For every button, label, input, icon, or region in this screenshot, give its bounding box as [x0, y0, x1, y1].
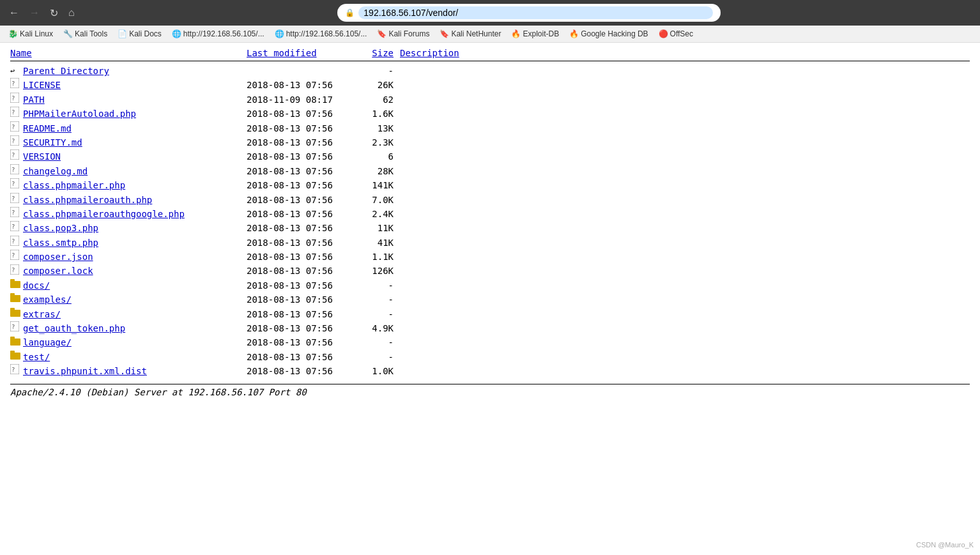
file-name-cell: LICENSE	[23, 78, 247, 92]
col-header-modified[interactable]: Last modified	[247, 48, 355, 58]
bookmark-kali-tools[interactable]: 🔧 Kali Tools	[60, 28, 111, 40]
file-name-cell: composer.json	[23, 250, 247, 264]
col-header-size[interactable]: Size	[355, 48, 394, 58]
file-link[interactable]: extras/	[23, 309, 61, 319]
file-name-cell: PHPMailerAutoload.php	[23, 107, 247, 121]
file-size-cell: 1.6K	[355, 107, 394, 121]
file-link[interactable]: changelog.md	[23, 166, 88, 176]
file-row: ?composer.lock2018-08-13 07:56126K	[10, 264, 970, 278]
file-link[interactable]: VERSION	[23, 151, 61, 162]
bookmark-kali-forums[interactable]: 🔖 Kali Forums	[374, 28, 433, 40]
file-link[interactable]: docs/	[23, 280, 50, 291]
col-name-link[interactable]: Name	[10, 48, 32, 58]
file-link[interactable]: class.smtp.php	[23, 238, 98, 248]
file-name-cell: class.pop3.php	[23, 221, 247, 235]
bookmark-kali-linux[interactable]: 🐉 Kali Linux	[5, 28, 56, 40]
bookmark-google-hacking-label: Google Hacking DB	[581, 29, 648, 38]
file-size-cell: 141K	[355, 178, 394, 192]
home-button[interactable]: ⌂	[65, 6, 79, 20]
file-link[interactable]: class.pop3.php	[23, 223, 98, 233]
file-icon: ?	[10, 221, 23, 235]
col-header-description[interactable]: Description	[394, 48, 470, 58]
file-size-cell: 28K	[355, 164, 394, 178]
file-size-cell: 1.1K	[355, 250, 394, 264]
file-link[interactable]: composer.json	[23, 252, 93, 262]
file-link[interactable]: README.md	[23, 123, 72, 133]
col-desc-link[interactable]: Description	[400, 48, 459, 58]
file-link[interactable]: language/	[23, 337, 72, 347]
file-icon: ?	[10, 236, 23, 250]
offsec-icon: 🔴	[659, 29, 668, 38]
file-name-cell: class.smtp.php	[23, 236, 247, 250]
bookmark-kali-docs[interactable]: 📄 Kali Docs	[114, 28, 165, 40]
bookmark-kali-docs-label: Kali Docs	[129, 29, 162, 38]
parent-dir-name: Parent Directory	[23, 64, 247, 78]
file-link[interactable]: SECURITY.md	[23, 137, 82, 148]
bookmark-url2[interactable]: 🌐 http://192.168.56.105/...	[272, 28, 371, 40]
svg-text:?: ?	[11, 252, 15, 259]
col-header-name[interactable]: Name	[10, 48, 247, 58]
col-modified-link[interactable]: Last modified	[247, 48, 317, 58]
bookmark-offsec[interactable]: 🔴 OffSec	[655, 28, 696, 40]
reload-button[interactable]: ↻	[46, 6, 62, 20]
file-link[interactable]: PATH	[23, 95, 45, 105]
file-link[interactable]: get_oauth_token.php	[23, 323, 125, 333]
file-row: ?PATH2018-11-09 08:1762	[10, 93, 970, 107]
svg-rect-39	[10, 351, 15, 354]
file-row: ?README.md2018-08-13 07:5613K	[10, 121, 970, 135]
bookmark-google-hacking[interactable]: 🔥 Google Hacking DB	[566, 28, 651, 40]
file-date-cell: 2018-08-13 07:56	[247, 364, 355, 378]
file-link[interactable]: class.phpmaileroauth.php	[23, 195, 152, 205]
file-link[interactable]: examples/	[23, 294, 72, 305]
kali-nethunter-icon: 🔖	[440, 29, 449, 38]
bookmark-kali-nethunter[interactable]: 🔖 Kali NetHunter	[436, 28, 504, 40]
file-link[interactable]: composer.lock	[23, 266, 93, 276]
file-date-cell: 2018-08-13 07:56	[247, 78, 355, 92]
svg-text:?: ?	[11, 367, 15, 373]
file-row: docs/2018-08-13 07:56-	[10, 278, 970, 293]
file-row: examples/2018-08-13 07:56-	[10, 293, 970, 307]
file-name-cell: PATH	[23, 93, 247, 107]
file-name-cell: docs/	[23, 278, 247, 293]
file-link[interactable]: PHPMailerAutoload.php	[23, 109, 136, 119]
page-footer: Apache/2.4.10 (Debian) Server at 192.168…	[10, 384, 970, 397]
file-date-cell: 2018-08-13 07:56	[247, 135, 355, 149]
file-row: ?class.smtp.php2018-08-13 07:5641K	[10, 236, 970, 250]
file-row: ?class.phpmailer.php2018-08-13 07:56141K	[10, 178, 970, 192]
file-name-cell: class.phpmaileroauthgoogle.php	[23, 207, 247, 221]
file-link[interactable]: test/	[23, 352, 50, 362]
folder-icon	[10, 351, 23, 363]
svg-text:?: ?	[11, 195, 15, 202]
file-row: ?VERSION2018-08-13 07:566	[10, 149, 970, 163]
file-date-cell: 2018-08-13 07:56	[247, 221, 355, 235]
file-link[interactable]: class.phpmailer.php	[23, 180, 125, 190]
col-size-link[interactable]: Size	[372, 48, 394, 58]
file-name-cell: class.phpmailer.php	[23, 178, 247, 192]
file-link[interactable]: class.phpmaileroauthgoogle.php	[23, 209, 185, 219]
file-row: ?class.phpmaileroauth.php2018-08-13 07:5…	[10, 193, 970, 207]
bookmark-kali-nethunter-label: Kali NetHunter	[451, 29, 501, 38]
folder-icon	[10, 308, 23, 321]
forward-button[interactable]: →	[26, 6, 43, 20]
directory-header: Name Last modified Size Description	[10, 48, 970, 61]
file-icon: ?	[10, 193, 23, 207]
svg-rect-33	[10, 308, 15, 311]
back-button[interactable]: ←	[5, 6, 23, 20]
file-name-cell: composer.lock	[23, 264, 247, 278]
file-row: language/2018-08-13 07:56-	[10, 335, 970, 349]
parent-dir-icon: ↩	[10, 65, 23, 77]
file-link[interactable]: LICENSE	[23, 80, 61, 90]
exploit-db-icon: 🔥	[511, 29, 521, 38]
file-date-cell: 2018-08-13 07:56	[247, 236, 355, 250]
bookmark-exploit-db[interactable]: 🔥 Exploit-DB	[508, 28, 562, 40]
lock-icon: 🔒	[345, 8, 355, 17]
file-size-cell: 62	[355, 93, 394, 107]
file-link[interactable]: travis.phpunit.xml.dist	[23, 366, 147, 376]
bookmark-url1[interactable]: 🌐 http://192.168.56.105/...	[169, 28, 268, 40]
file-date-cell: 2018-08-13 07:56	[247, 350, 355, 364]
file-name-cell: class.phpmaileroauth.php	[23, 193, 247, 207]
svg-text:?: ?	[11, 95, 15, 102]
address-text[interactable]: 192.168.56.107/vendor/	[358, 6, 713, 19]
parent-directory-link[interactable]: Parent Directory	[23, 66, 109, 76]
browser-chrome: ← → ↻ ⌂ 🔒 192.168.56.107/vendor/	[0, 0, 980, 26]
